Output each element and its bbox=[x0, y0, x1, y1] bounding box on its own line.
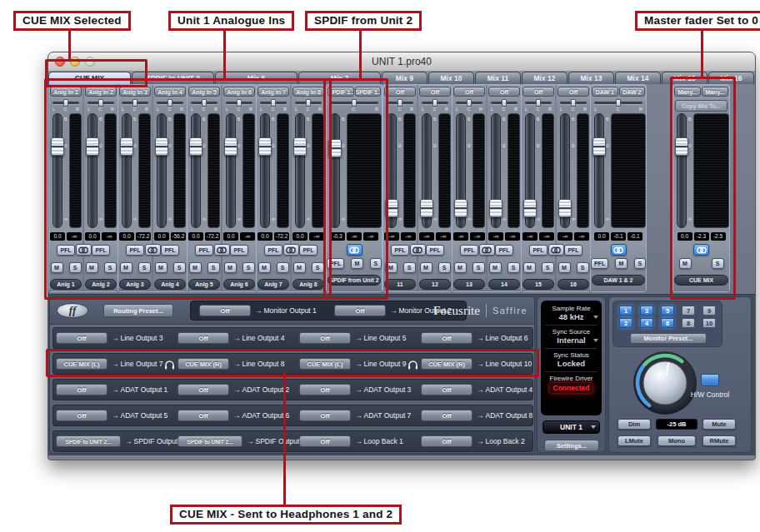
sample-rate-value[interactable]: 48 kHz bbox=[542, 312, 600, 322]
stereo-link-button[interactable] bbox=[548, 244, 564, 256]
tab-mix-16[interactable]: Mix 16 bbox=[708, 72, 754, 84]
unit-select-dropdown[interactable]: UNIT 1 bbox=[542, 420, 600, 434]
pan-thumb[interactable] bbox=[432, 99, 438, 107]
routing-preset-button[interactable]: Routing Preset... bbox=[103, 304, 173, 317]
pan-slider[interactable]: LCR bbox=[52, 99, 79, 112]
solo-button[interactable]: S bbox=[138, 262, 151, 273]
routing-source-button[interactable]: Off bbox=[178, 332, 229, 344]
mute-button[interactable]: M bbox=[258, 262, 271, 273]
fader-knob[interactable] bbox=[258, 137, 272, 156]
pan-thumb[interactable] bbox=[571, 99, 576, 107]
fader-knob[interactable] bbox=[454, 199, 468, 217]
pan-slider[interactable]: LCR bbox=[226, 99, 252, 112]
monitor-channel-2-button[interactable]: 2 bbox=[619, 318, 632, 328]
routing-source-button[interactable]: Off bbox=[334, 305, 386, 316]
routing-source-button[interactable]: Off bbox=[56, 332, 108, 344]
routing-source-button[interactable]: SPDIF to UNIT 2... bbox=[56, 435, 121, 447]
routing-source-button[interactable]: Off bbox=[178, 410, 229, 421]
pan-thumb[interactable] bbox=[202, 99, 207, 107]
pfl-button[interactable]: PFL bbox=[426, 245, 444, 256]
dim-button[interactable]: Dim bbox=[618, 419, 651, 430]
routing-source-button[interactable]: SPDIF to UNIT 2... bbox=[178, 435, 242, 447]
tab-cue-mix[interactable]: CUE MIX bbox=[48, 72, 131, 84]
pan-thumb[interactable] bbox=[616, 99, 621, 107]
pan-thumb[interactable] bbox=[132, 99, 138, 107]
pfl-button[interactable]: PFL bbox=[460, 245, 478, 256]
mute-button[interactable]: M bbox=[189, 262, 202, 273]
pan-slider[interactable]: LCR bbox=[260, 99, 287, 112]
solo-button[interactable]: S bbox=[634, 258, 646, 269]
mute-button[interactable]: M bbox=[679, 258, 692, 269]
pfl-button[interactable]: PFL bbox=[529, 245, 548, 256]
stereo-link-button[interactable] bbox=[347, 244, 362, 256]
monitor-channel-7-button[interactable]: 7 bbox=[682, 306, 695, 316]
routing-source-button[interactable]: Off bbox=[178, 384, 229, 395]
pfl-button[interactable]: PFL bbox=[264, 245, 282, 256]
pan-thumb[interactable] bbox=[467, 99, 472, 107]
monitor-preset-button[interactable]: Monitor Preset... bbox=[630, 333, 707, 344]
tab-mix-7[interactable]: Mix 7 bbox=[298, 72, 381, 84]
pfl-button[interactable]: PFL bbox=[391, 245, 409, 256]
routing-source-button[interactable]: Off bbox=[56, 410, 108, 421]
mono-button[interactable]: Mono bbox=[658, 435, 696, 446]
pan-slider[interactable]: LCR bbox=[387, 99, 413, 112]
source-select-button[interactable]: Off bbox=[488, 87, 520, 97]
tab-mix-11[interactable]: Mix 11 bbox=[475, 72, 521, 84]
source-select-button[interactable]: Off bbox=[384, 87, 416, 97]
solo-button[interactable]: S bbox=[712, 258, 724, 269]
solo-button[interactable]: S bbox=[508, 262, 520, 273]
fader-track[interactable] bbox=[191, 113, 201, 228]
fader-knob[interactable] bbox=[675, 137, 688, 156]
solo-button[interactable]: S bbox=[208, 262, 220, 273]
mute-button[interactable]: M bbox=[489, 262, 502, 273]
stereo-link-button[interactable] bbox=[611, 244, 627, 256]
source-select-button[interactable]: Anlg In 2 bbox=[85, 87, 117, 97]
stereo-link-button[interactable] bbox=[693, 244, 709, 256]
source-select-button[interactable]: Off bbox=[453, 87, 485, 97]
source-select-button[interactable]: Anlg In 5 bbox=[188, 87, 220, 97]
stereo-link-button[interactable] bbox=[76, 244, 92, 256]
left-mute-button[interactable]: LMute bbox=[618, 435, 651, 446]
pan-thumb[interactable] bbox=[502, 99, 507, 107]
pfl-button[interactable]: PFL bbox=[57, 245, 75, 256]
pfl-button[interactable]: PFL bbox=[92, 245, 110, 256]
pan-slider[interactable]: LCR bbox=[330, 99, 378, 112]
source-select-button[interactable]: Off bbox=[558, 87, 589, 97]
right-mute-button[interactable]: RMute bbox=[702, 435, 736, 446]
solo-button[interactable]: S bbox=[438, 262, 451, 273]
pan-slider[interactable]: LCR bbox=[191, 99, 218, 112]
solo-button[interactable]: S bbox=[472, 262, 485, 273]
tab-mix-5[interactable]: Mix 5 bbox=[215, 72, 298, 84]
fader-knob[interactable] bbox=[120, 137, 133, 156]
fader-knob[interactable] bbox=[420, 199, 433, 217]
solo-button[interactable]: S bbox=[403, 262, 416, 273]
fader-knob[interactable] bbox=[155, 137, 168, 156]
solo-button[interactable]: S bbox=[577, 262, 589, 273]
monitor-channel-4-button[interactable]: 4 bbox=[640, 318, 653, 328]
mute-button[interactable]: M bbox=[615, 258, 627, 269]
routing-source-button[interactable]: Off bbox=[299, 384, 351, 395]
fader-track[interactable] bbox=[52, 113, 62, 228]
monitor-channel-3-button[interactable]: 3 bbox=[640, 306, 653, 316]
fader-knob[interactable] bbox=[523, 199, 537, 217]
routing-source-button[interactable]: CUE MIX (R) bbox=[421, 358, 472, 370]
fader-knob[interactable] bbox=[86, 137, 99, 156]
mute-button[interactable]: M bbox=[351, 258, 362, 269]
pan-thumb[interactable] bbox=[536, 99, 541, 107]
pan-thumb[interactable] bbox=[398, 99, 402, 107]
mute-button[interactable]: M bbox=[385, 262, 398, 273]
pan-slider[interactable]: LCR bbox=[88, 99, 114, 112]
mute-button[interactable]: M bbox=[420, 262, 432, 273]
source-select-button[interactable]: Anlg In 8 bbox=[292, 87, 324, 97]
fader-knob[interactable] bbox=[558, 199, 572, 217]
solo-button[interactable]: S bbox=[173, 262, 186, 273]
mute-button[interactable]: M bbox=[558, 262, 571, 273]
solo-button[interactable]: S bbox=[312, 262, 324, 273]
mute-button[interactable]: M bbox=[86, 262, 98, 273]
mute-button[interactable]: M bbox=[155, 262, 168, 273]
solo-button[interactable]: S bbox=[242, 262, 255, 273]
monitor-channel-6-button[interactable]: 6 bbox=[661, 318, 674, 328]
fader-knob[interactable] bbox=[328, 139, 342, 157]
sync-source-value[interactable]: Internal bbox=[542, 336, 600, 346]
stereo-link-button[interactable] bbox=[283, 244, 299, 256]
